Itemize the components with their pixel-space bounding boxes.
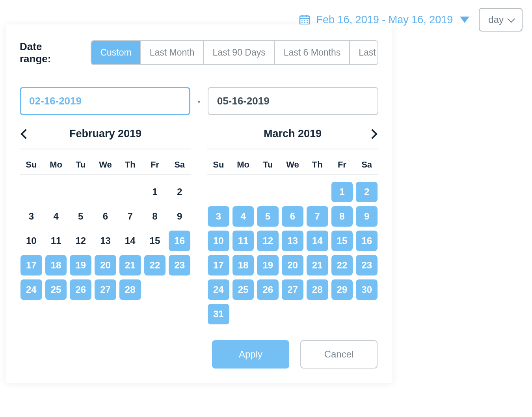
day-cell[interactable]: 21 [119,255,141,276]
day-cell[interactable]: 6 [282,206,303,227]
day-cell[interactable]: 18 [233,255,254,276]
day-cell[interactable]: 8 [331,206,353,227]
weekday-label: Fr [144,156,166,174]
granularity-select[interactable]: day [479,8,523,32]
preset-last-month[interactable]: Last Month [141,41,204,64]
preset-custom[interactable]: Custom [91,41,141,64]
day-cell[interactable]: 23 [356,255,378,276]
next-month-arrow[interactable] [367,129,377,139]
popover-actions: Apply Cancel [212,340,378,369]
day-cell[interactable]: 29 [331,279,353,300]
preset-last-year[interactable]: Last Year [350,41,378,64]
day-cell[interactable]: 31 [208,304,229,324]
month-header: March 2019 [207,121,378,147]
prev-month-arrow[interactable] [20,129,30,139]
day-cell[interactable]: 1 [144,182,166,202]
day-cell[interactable]: 16 [169,231,190,251]
day-cell[interactable]: 20 [95,255,116,276]
day-cell[interactable]: 3 [208,206,229,227]
day-cell[interactable]: 22 [331,255,353,276]
day-empty [169,279,190,300]
cancel-button[interactable]: Cancel [300,340,378,369]
day-cell[interactable]: 9 [169,206,190,227]
day-cell[interactable]: 14 [307,231,328,251]
day-empty [20,182,42,202]
day-cell[interactable]: 4 [45,206,67,227]
day-cell[interactable]: 18 [45,255,67,276]
weekday-label: Su [208,156,229,174]
day-cell[interactable]: 11 [45,231,67,251]
day-cell[interactable]: 19 [257,255,279,276]
day-cell[interactable]: 2 [169,182,190,202]
preset-last-6-months[interactable]: Last 6 Months [275,41,350,64]
day-cell[interactable]: 14 [119,231,141,251]
day-cell[interactable]: 17 [20,255,42,276]
day-cell[interactable]: 25 [45,279,67,300]
day-cell[interactable]: 5 [257,206,279,227]
day-cell[interactable]: 25 [233,279,254,300]
date-range-popover: Date range: CustomLast MonthLast 90 Days… [6,24,392,383]
weekday-label: Su [20,156,42,174]
day-empty [331,304,353,324]
svg-rect-7 [301,22,303,23]
day-cell[interactable]: 27 [282,279,303,300]
day-empty [45,182,67,202]
weekday-label: Th [119,156,141,174]
day-empty [208,182,229,202]
day-cell[interactable]: 27 [95,279,116,300]
day-cell[interactable]: 10 [208,231,229,251]
day-cell[interactable]: 24 [208,279,229,300]
day-cell[interactable]: 12 [257,231,279,251]
day-cell[interactable]: 28 [119,279,141,300]
day-cell[interactable]: 28 [307,279,328,300]
day-empty [70,182,91,202]
week-row: 12 [20,182,191,202]
day-cell[interactable]: 3 [20,206,42,227]
day-cell[interactable]: 6 [95,206,116,227]
day-cell[interactable]: 24 [20,279,42,300]
day-cell[interactable]: 1 [331,182,353,202]
day-cell[interactable]: 13 [282,231,303,251]
day-cell[interactable]: 4 [233,206,254,227]
day-cell[interactable]: 5 [70,206,91,227]
day-empty [307,304,328,324]
week-row: 17181920212223 [20,255,191,276]
week-row: 24252627282930 [207,279,378,300]
weekday-row: SuMoTuWeThFrSa [207,156,378,174]
caret-down-icon [460,17,469,23]
day-cell[interactable]: 26 [257,279,279,300]
day-cell[interactable]: 7 [119,206,141,227]
end-date-input[interactable] [208,87,378,115]
day-cell[interactable]: 20 [282,255,303,276]
day-cell[interactable]: 9 [356,206,378,227]
day-cell[interactable]: 10 [20,231,42,251]
day-cell[interactable]: 11 [233,231,254,251]
weekday-label: Tu [70,156,91,174]
preset-last-90-days[interactable]: Last 90 Days [204,41,275,64]
day-cell[interactable]: 7 [307,206,328,227]
apply-button[interactable]: Apply [212,340,289,369]
calendar-month: March 2019SuMoTuWeThFrSa1234567891011121… [207,121,378,328]
day-cell[interactable]: 22 [144,255,166,276]
weekday-label: Sa [356,156,378,174]
day-empty [233,304,254,324]
start-date-input[interactable] [20,87,190,115]
day-cell[interactable]: 15 [331,231,353,251]
day-cell[interactable]: 26 [70,279,91,300]
day-cell[interactable]: 17 [208,255,229,276]
day-empty [257,182,279,202]
month-title: February 2019 [69,128,141,140]
day-cell[interactable]: 2 [356,182,378,202]
day-cell[interactable]: 13 [95,231,116,251]
day-cell[interactable]: 15 [144,231,166,251]
day-cell[interactable]: 23 [169,255,190,276]
weekday-label: We [282,156,303,174]
day-cell[interactable]: 16 [356,231,378,251]
day-cell[interactable]: 12 [70,231,91,251]
day-cell[interactable]: 21 [307,255,328,276]
day-cell[interactable]: 8 [144,206,166,227]
day-cell[interactable]: 30 [356,279,378,300]
weekday-label: We [95,156,116,174]
day-empty [119,182,141,202]
day-cell[interactable]: 19 [70,255,91,276]
